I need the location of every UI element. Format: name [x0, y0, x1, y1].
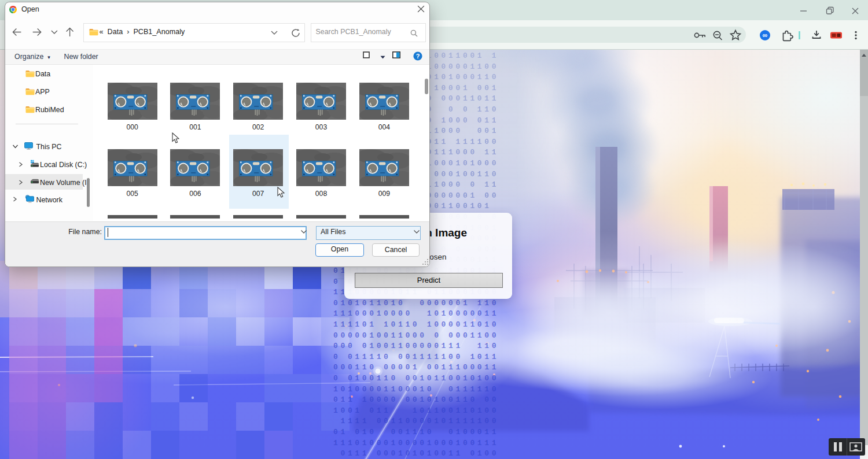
- svg-text:∞: ∞: [763, 31, 768, 39]
- svg-text:?: ?: [416, 52, 420, 59]
